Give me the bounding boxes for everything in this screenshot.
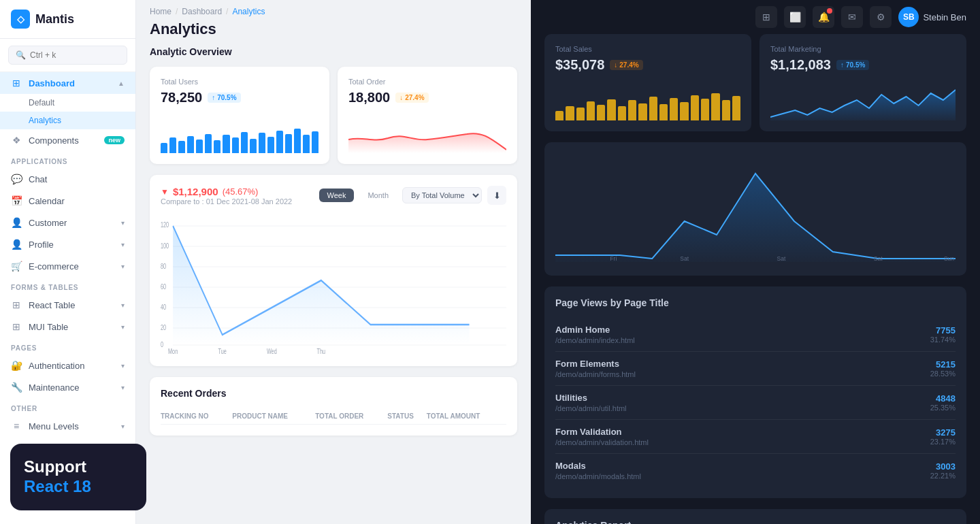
bell-icon[interactable]: 🔔 [813, 6, 834, 28]
sidebar-sub-default[interactable]: Default [0, 94, 135, 112]
sidebar-components-label: Components [29, 135, 79, 146]
pv-title: Form Validation [555, 427, 649, 437]
search-box[interactable]: 🔍 [8, 46, 127, 65]
sidebar-item-calendar[interactable]: 📅 Calendar [0, 190, 135, 212]
sidebar-item-customer[interactable]: 👤 Customer ▾ [0, 212, 135, 233]
sidebar-ecommerce-label: E-commerce [29, 261, 79, 272]
download-btn[interactable]: ⬇ [487, 186, 506, 205]
gold-bar-item [732, 96, 740, 120]
bar-item [294, 129, 301, 153]
chevron-icon4: ▾ [121, 301, 125, 309]
order-badge: ↓ 27.4% [395, 93, 428, 103]
order-badge-value: 27.4% [405, 94, 424, 101]
breadcrumb-home[interactable]: Home [150, 7, 172, 16]
menu-levels-icon: ≡ [11, 421, 22, 431]
new-badge: new [104, 136, 125, 144]
avatar-circle: SB [898, 7, 919, 27]
pv-count: 3275 [930, 427, 956, 438]
gold-bar-item [670, 98, 678, 120]
gold-bar-item [649, 97, 657, 120]
page-view-item: Utilities /demo/admin/util.html 4848 25.… [555, 386, 956, 420]
income-compare: Compare to : 01 Dec 2021-08 Jan 2022 [161, 197, 292, 206]
svg-text:Wed: Wed [267, 348, 277, 355]
total-users-value: 78,250 [161, 90, 202, 105]
chevron-icon2: ▾ [121, 241, 125, 248]
monitor-icon[interactable]: ⬜ [784, 6, 806, 28]
sidebar-item-dashboard[interactable]: ⊞ Dashboard ▲ [0, 72, 135, 94]
gold-bar-item [722, 100, 730, 120]
pv-url: /demo/admin/forms.html [555, 370, 636, 378]
stat-card-order: Total Order 18,800 ↓ 27.4% [338, 67, 517, 164]
settings-icon[interactable]: ⚙ [870, 6, 892, 28]
sidebar-item-react-table[interactable]: ⊞ React Table ▾ [0, 294, 135, 316]
breadcrumb-sep1: / [176, 7, 178, 16]
volume-select[interactable]: By Total Volume [402, 187, 482, 203]
marketing-badge-value: 70.5% [846, 61, 865, 69]
breadcrumb-current: Analytics [232, 7, 265, 16]
svg-text:Tue: Tue [218, 348, 227, 355]
svg-text:40: 40 [161, 304, 166, 311]
grid-icon[interactable]: ⊞ [755, 6, 777, 28]
pv-count: 5215 [930, 359, 956, 370]
sidebar-sub-analytics[interactable]: Analytics [0, 112, 135, 129]
bar-item [285, 134, 292, 153]
users-bar-chart [161, 112, 318, 153]
sidebar-calendar-label: Calendar [29, 196, 65, 206]
bar-item [205, 134, 212, 153]
breadcrumb: Home / Dashboard / Analytics [136, 0, 531, 16]
mail-icon[interactable]: ✉ [841, 6, 863, 28]
ecommerce-icon: 🛒 [11, 261, 22, 272]
sidebar-maintenance-label: Maintenance [29, 382, 79, 393]
pv-url: /demo/admin/util.html [555, 404, 627, 412]
total-sales-value: $35,078 [555, 57, 604, 73]
stat-cards-light: Total Users 78,250 ↑ 70.5% Total Order [150, 67, 517, 164]
month-btn[interactable]: Month [359, 189, 397, 202]
sidebar-item-menu-levels[interactable]: ≡ Menu Levels ▾ [0, 415, 135, 437]
week-btn[interactable]: Week [319, 189, 355, 202]
bar-item [223, 135, 229, 153]
bar-item [250, 139, 257, 153]
sidebar-item-label: Dashboard [29, 78, 75, 88]
svg-text:Sat: Sat [680, 255, 689, 262]
sidebar-item-authentication[interactable]: 🔐 Authentication ▾ [0, 355, 135, 376]
page-views-section: Page Views by Page Title Admin Home /dem… [544, 286, 966, 498]
recent-orders-section: Recent Orders TRACKING NO PRODUCT NAME T… [150, 377, 517, 436]
bar-item [214, 140, 220, 153]
user-avatar[interactable]: SB Stebin Ben [898, 7, 966, 27]
svg-text:100: 100 [161, 242, 169, 250]
pv-pct: 22.21% [930, 472, 956, 480]
notification-badge [827, 8, 832, 14]
page-title: Analytics [136, 16, 531, 46]
react-table-icon: ⊞ [11, 299, 22, 310]
sidebar-item-maintenance[interactable]: 🔧 Maintenance ▾ [0, 376, 135, 398]
analytics-report-section: Analytics Report [544, 509, 966, 524]
dark-content: Total Sales $35,078 ↓ 27.4% Total Market… [531, 34, 980, 524]
pages-section-label: Pages [0, 338, 135, 355]
marketing-area-chart [770, 80, 956, 120]
svg-text:0: 0 [161, 341, 163, 348]
sidebar-item-mui-table[interactable]: ⊞ MUI Table ▾ [0, 316, 135, 338]
sidebar-item-components[interactable]: ❖ Components new [0, 129, 135, 151]
light-panel: Home / Dashboard / Analytics Analytics A… [136, 0, 531, 524]
income-overview-section: ▼ $1,12,900 (45.67%) Compare to : 01 Dec… [150, 175, 517, 366]
sidebar-item-ecommerce[interactable]: 🛒 E-commerce ▾ [0, 255, 135, 277]
sidebar-react-table-label: React Table [29, 300, 75, 310]
page-views-list: Admin Home /demo/admin/index.html 7755 3… [555, 318, 956, 487]
recent-orders-title: Recent Orders [161, 388, 506, 399]
pv-count: 3003 [930, 461, 956, 472]
income-value: $1,12,900 [173, 186, 218, 197]
bar-item [178, 141, 185, 153]
breadcrumb-dashboard[interactable]: Dashboard [182, 7, 222, 16]
income-percent: (45.67%) [223, 186, 259, 197]
gold-bar-item [587, 101, 595, 120]
total-marketing-label: Total Marketing [770, 45, 956, 53]
sidebar-item-chat[interactable]: 💬 Chat [0, 168, 135, 190]
search-input[interactable] [30, 50, 120, 60]
sidebar-search-container: 🔍 [0, 39, 135, 72]
sidebar-item-profile[interactable]: 👤 Profile ▾ [0, 233, 135, 255]
gold-bar-item [659, 104, 668, 120]
sidebar-logo: ◇ Mantis [0, 0, 135, 39]
dark-stat-cards: Total Sales $35,078 ↓ 27.4% Total Market… [544, 34, 966, 131]
support-popup[interactable]: Support React 18 [10, 444, 146, 510]
breadcrumb-sep2: / [226, 7, 228, 16]
